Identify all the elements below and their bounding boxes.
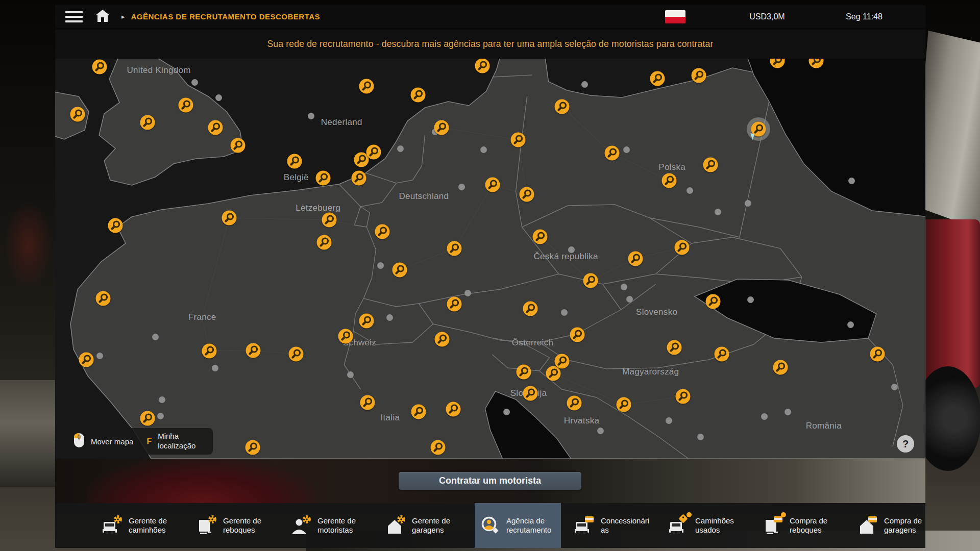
agency-marker[interactable] bbox=[523, 386, 538, 401]
agency-marker[interactable] bbox=[519, 187, 534, 202]
agency-marker[interactable] bbox=[411, 404, 426, 419]
undiscovered-city-dot bbox=[397, 145, 404, 152]
agency-marker[interactable] bbox=[95, 291, 111, 306]
agency-marker[interactable] bbox=[628, 251, 643, 266]
home-button[interactable] bbox=[95, 9, 110, 25]
agency-marker[interactable] bbox=[202, 343, 217, 359]
agency-marker[interactable] bbox=[667, 340, 682, 355]
toolbar-item-label: Agência de recrutamento bbox=[506, 516, 556, 534]
agency-marker[interactable] bbox=[691, 68, 706, 83]
agency-marker[interactable] bbox=[447, 241, 462, 256]
agency-marker[interactable] bbox=[322, 212, 337, 228]
agency-marker[interactable] bbox=[532, 229, 548, 244]
agency-marker[interactable] bbox=[674, 240, 690, 255]
notification-badge bbox=[781, 512, 786, 517]
toolbar-item-truck-tag[interactable]: Caminhões usados bbox=[664, 503, 750, 548]
undiscovered-city-dot bbox=[377, 262, 384, 269]
agency-marker[interactable] bbox=[570, 327, 585, 342]
agency-marker[interactable] bbox=[208, 120, 223, 135]
agency-marker[interactable] bbox=[554, 99, 570, 114]
agency-marker[interactable] bbox=[523, 301, 538, 316]
bottom-toolbar: Gerente de caminhõesGerente de reboquesG… bbox=[55, 503, 925, 548]
agency-marker[interactable] bbox=[662, 173, 677, 188]
agency-marker[interactable] bbox=[360, 395, 375, 410]
agency-marker[interactable] bbox=[359, 313, 374, 329]
toolbar-item-label: Gerente de caminhões bbox=[129, 516, 179, 534]
agency-marker[interactable] bbox=[583, 273, 598, 288]
agency-marker[interactable] bbox=[140, 411, 155, 426]
agency-marker[interactable] bbox=[770, 59, 785, 68]
agency-marker[interactable] bbox=[650, 71, 665, 86]
agency-marker[interactable] bbox=[246, 343, 261, 358]
hire-driver-button[interactable]: Contratar um motorista bbox=[399, 472, 581, 490]
toolbar-item-garage-card[interactable]: Compra de garagens bbox=[852, 503, 939, 548]
agency-marker[interactable] bbox=[808, 59, 824, 68]
agency-marker[interactable] bbox=[366, 144, 381, 160]
agency-marker[interactable] bbox=[222, 210, 237, 226]
agency-marker[interactable] bbox=[434, 120, 449, 135]
agency-marker[interactable] bbox=[178, 97, 193, 113]
money-display: USD3,0M bbox=[734, 12, 800, 21]
toolbar-item-truck-card[interactable]: Concessionárias bbox=[569, 503, 655, 548]
agency-marker[interactable] bbox=[79, 352, 94, 367]
agency-marker[interactable] bbox=[230, 138, 246, 153]
agency-marker[interactable] bbox=[447, 296, 462, 312]
poland-flag-icon[interactable] bbox=[665, 10, 685, 23]
europe-map[interactable]: United KingdomNederlandBelgiëLëtzebuergD… bbox=[55, 59, 925, 459]
agency-marker[interactable] bbox=[773, 360, 788, 375]
agency-marker[interactable] bbox=[516, 364, 531, 380]
time-display: Seg 11:48 bbox=[831, 12, 897, 21]
garage-card-icon bbox=[857, 514, 879, 537]
agency-marker[interactable] bbox=[316, 235, 332, 250]
help-button[interactable]: ? bbox=[897, 435, 914, 453]
agency-marker[interactable] bbox=[446, 402, 461, 417]
agency-marker[interactable] bbox=[315, 170, 331, 186]
agency-marker[interactable] bbox=[287, 154, 302, 169]
agency-marker[interactable] bbox=[510, 132, 526, 147]
agency-marker[interactable] bbox=[288, 346, 304, 362]
undiscovered-city-dot bbox=[715, 209, 721, 215]
undiscovered-city-dot bbox=[157, 413, 164, 419]
agency-marker[interactable] bbox=[703, 157, 718, 172]
agency-marker[interactable] bbox=[604, 145, 620, 161]
agency-marker[interactable] bbox=[705, 294, 721, 309]
undiscovered-city-dot bbox=[581, 81, 588, 88]
agency-marker[interactable] bbox=[140, 115, 155, 130]
garage-gear-icon bbox=[385, 514, 407, 537]
agency-marker[interactable] bbox=[410, 87, 426, 103]
agency-marker[interactable] bbox=[714, 346, 729, 362]
agency-marker[interactable] bbox=[485, 177, 500, 192]
toolbar-item-label: Compra de reboques bbox=[790, 516, 840, 534]
agency-marker[interactable] bbox=[434, 332, 450, 347]
map-terrain bbox=[55, 59, 925, 459]
agency-marker[interactable] bbox=[430, 440, 446, 455]
agency-marker[interactable] bbox=[675, 389, 691, 404]
toolbar-item-trailer-gear[interactable]: Gerente de reboques bbox=[191, 503, 278, 548]
toolbar-item-trailer-card[interactable]: Compra de reboques bbox=[758, 503, 844, 548]
agency-marker[interactable] bbox=[359, 79, 374, 94]
agency-marker[interactable] bbox=[375, 224, 390, 239]
agency-marker[interactable] bbox=[870, 346, 885, 362]
location-key-label: F bbox=[146, 437, 152, 446]
agency-marker[interactable] bbox=[351, 170, 366, 186]
toolbar-item-recruitment-search[interactable]: Agência de recrutamento bbox=[475, 503, 561, 548]
menu-button hamburger-icon[interactable] bbox=[65, 9, 83, 25]
agency-marker[interactable] bbox=[475, 59, 490, 73]
toolbar-item-label: Gerente de garagens bbox=[412, 516, 462, 534]
toolbar-item-garage-gear[interactable]: Gerente de garagens bbox=[380, 503, 467, 548]
agency-marker[interactable] bbox=[70, 107, 85, 122]
agency-marker[interactable] bbox=[108, 218, 123, 233]
undiscovered-city-dot bbox=[745, 200, 751, 207]
toolbar-item-driver-gear[interactable]: Gerente de motoristas bbox=[286, 503, 372, 548]
recruitment-search-icon bbox=[479, 514, 502, 537]
agency-marker[interactable] bbox=[338, 329, 353, 344]
agency-marker[interactable] bbox=[92, 59, 107, 74]
agency-marker[interactable] bbox=[616, 397, 631, 412]
agency-marker[interactable] bbox=[554, 354, 570, 369]
scene-taillight-glow bbox=[4, 202, 53, 288]
agency-marker[interactable] bbox=[392, 262, 407, 278]
toolbar-item-truck-gear[interactable]: Gerente de caminhões bbox=[97, 503, 183, 548]
agency-marker[interactable] bbox=[567, 395, 582, 411]
map-legend: Mover mapa F Minha localização bbox=[65, 428, 213, 455]
agency-marker[interactable] bbox=[245, 440, 260, 455]
